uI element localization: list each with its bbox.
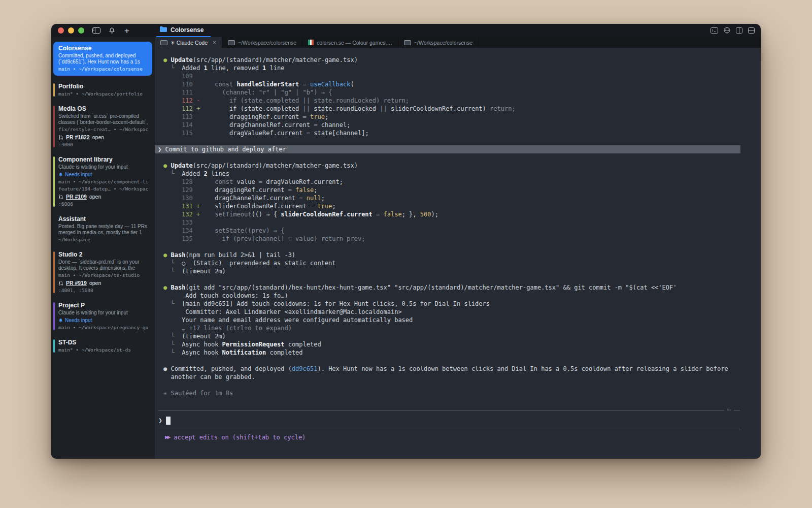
pull-request-row[interactable]: PR #109 open	[58, 193, 148, 200]
code-segment: ●	[163, 162, 171, 169]
code-segment: ;	[325, 113, 328, 120]
code-segment: └	[163, 170, 182, 177]
code-segment: useCallback	[310, 81, 350, 88]
code-segment: dragValueRef.current	[229, 130, 303, 137]
terminal-line: Your name and email address were configu…	[155, 316, 761, 324]
close-window-button[interactable]	[58, 27, 64, 34]
terminal-line: └ Added 1 line, removed 1 line	[155, 64, 761, 72]
terminal-line: 131 + sliderCooldownRef.current = true;	[155, 202, 761, 210]
code-segment: 135	[163, 235, 222, 242]
prompt-chevron: ❯	[158, 417, 162, 425]
code-segment: =	[299, 113, 310, 120]
terminal-line: 110 const handleSliderStart = useCallbac…	[155, 80, 761, 88]
terminal-line: 135 if (prev[channel] ≡ value) return pr…	[155, 235, 761, 243]
code-segment: const	[215, 81, 236, 88]
code-segment: PermissionRequest	[222, 341, 285, 348]
session-summary: Posted. Big pane restyle day — 11 PRs me…	[58, 224, 148, 236]
session-accent-bar	[53, 339, 55, 353]
new-session-button[interactable]: +	[124, 26, 129, 35]
code-segment: 114	[163, 121, 229, 129]
session-branch-path-secondary: feature/104-datep… • ~/Workspace/compo…	[58, 186, 148, 192]
session-ports: :6006	[58, 201, 148, 207]
code-segment	[200, 105, 229, 112]
code-segment: └	[163, 349, 182, 356]
terminal-line: └ (timeout 2m)	[155, 332, 761, 340]
zoom-window-button[interactable]	[78, 27, 84, 34]
window-tab-colorsense[interactable]: Colorsense	[156, 24, 211, 37]
session-branch-path: main • ~/Workspace/colorsense	[58, 66, 148, 72]
session-title: Colorsense	[58, 45, 148, 52]
session-accent-bar	[53, 302, 55, 330]
sidebar-session-item[interactable]: Colorsense Committed, pushed, and deploy…	[53, 42, 152, 76]
code-segment: dd9c651	[292, 365, 318, 372]
pane-tab[interactable]: ~/Workspace/colorsense	[222, 37, 302, 48]
terminal-line: 112 - if (state.completed || state.round…	[155, 97, 761, 105]
code-segment: (src/app/(standard)/matcher/matcher-game…	[193, 56, 358, 64]
pull-request-state: open	[92, 134, 104, 141]
code-segment: return;	[490, 105, 516, 112]
titlebar-left: +	[51, 24, 155, 37]
terminal-line: └ ○ (Static) prerendered as static conte…	[155, 259, 761, 267]
code-segment: └	[163, 260, 182, 267]
session-summary: Claude is waiting for your input	[58, 310, 148, 316]
pull-request-row[interactable]: PR #1822 open	[58, 134, 148, 141]
pane-tab[interactable]: ~/Workspace/colorsense	[398, 37, 479, 48]
pane-tab[interactable]: ✳ Claude Code ×	[155, 37, 222, 48]
needs-input-badge: Needs input	[58, 317, 148, 324]
code-segment: Update	[171, 162, 192, 169]
split-vertical-icon[interactable]	[736, 26, 742, 36]
window-tab-label: Colorsense	[171, 26, 204, 34]
code-segment: ✳ Sautéed for 1m 8s	[163, 390, 233, 397]
tab-thumbnail-icon	[228, 40, 235, 45]
terminal-pane[interactable]: ● Update(src/app/(standard)/matcher/matc…	[155, 48, 761, 459]
terminal-line: 128 const value = dragValueRef.current;	[155, 178, 761, 186]
text-cursor	[166, 417, 171, 425]
code-segment: if (prev[channel] ≡ value) return prev;	[222, 235, 365, 242]
pane-tab-label: ~/Workspace/colorsense	[238, 40, 296, 46]
sidebar-session-item[interactable]: Portfolio main* • ~/Workspace/portfolio	[53, 82, 152, 98]
minimize-window-button[interactable]	[68, 27, 74, 34]
sidebar-session-item[interactable]: Assistant Posted. Big pane restyle day —…	[53, 214, 152, 244]
terminal-line: ● Committed, pushed, and deployed (dd9c6…	[155, 365, 761, 373]
session-summary: Claude is waiting for your input	[58, 164, 148, 170]
terminal-blank-line	[155, 137, 761, 145]
code-segment: ;	[332, 203, 335, 210]
needs-input-label: Needs input	[65, 171, 92, 178]
sidebar-session-item[interactable]: ST-DS main* • ~/Workspace/st-ds	[53, 338, 152, 354]
session-ports: :4001, :5600	[58, 287, 148, 294]
code-segment: sliderCooldownRef.current	[281, 211, 373, 218]
code-segment: ; },	[402, 211, 420, 218]
tab-thumbnail-icon	[404, 40, 411, 45]
input-box-bottom-border	[158, 428, 740, 428]
tab-close-icon[interactable]: ×	[213, 39, 216, 46]
code-segment: ●	[163, 365, 171, 372]
pull-request-row[interactable]: PR #919 open	[58, 279, 148, 287]
terminal-icon[interactable]	[710, 26, 718, 36]
globe-icon[interactable]	[724, 26, 730, 36]
code-segment: ). Hex Hunt now has a 1s cooldown betwee…	[317, 365, 728, 372]
accept-edits-arrows-icon: ▶▶	[165, 433, 170, 441]
code-segment: ○ (Static) prerendered as static content	[182, 260, 335, 267]
session-title: Component library	[58, 156, 148, 163]
sidebar-session-item[interactable]: Project P Claude is waiting for your inp…	[53, 301, 152, 332]
sidebar-session-item[interactable]: Component library Claude is waiting for …	[53, 155, 152, 208]
session-branch-path: main • ~/Workspace/component-library	[58, 179, 148, 185]
code-segment: =	[284, 186, 295, 194]
terminal-line: └ (timeout 2m)	[155, 267, 761, 275]
code-segment: [main dd9c651] Add touch cooldowns: 1s f…	[182, 300, 490, 307]
sidebar-toggle-icon[interactable]	[92, 27, 100, 34]
code-segment: 133	[163, 219, 193, 226]
prompt-input[interactable]: ❯	[155, 412, 761, 425]
code-segment: =	[295, 195, 307, 202]
sidebar-session-item[interactable]: Studio 2 Done — `sidebar-prd.md` is on y…	[53, 250, 152, 295]
terminal-line: 132 + setTimeout(() ⇒ { sliderCooldownRe…	[155, 210, 761, 218]
pane-tab[interactable]: colorsen.se — Colour games,…	[302, 37, 398, 48]
bell-icon	[58, 172, 63, 177]
split-horizontal-icon[interactable]	[748, 26, 755, 36]
code-segment: 110	[163, 81, 215, 88]
sidebar-session-item[interactable]: Media OS Switched from `ui.css` pre-comp…	[53, 104, 152, 149]
code-segment: 113	[163, 113, 229, 120]
bell-icon[interactable]	[109, 27, 115, 34]
terminal-line: └ Added 2 lines	[155, 170, 761, 178]
code-segment: ||	[380, 105, 391, 112]
